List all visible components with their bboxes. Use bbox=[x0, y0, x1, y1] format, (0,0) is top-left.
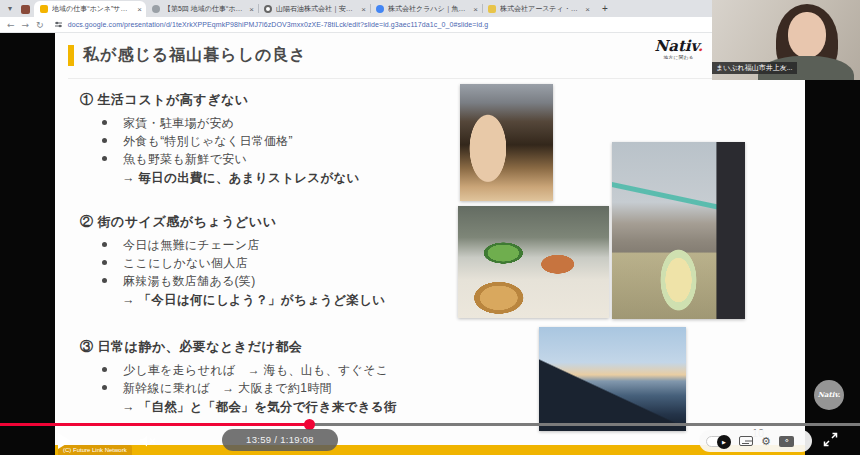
section-city-size: ② 街のサイズ感がちょうどいい 今日は無難にチェーン店 ここにしかない個人店 麻… bbox=[80, 213, 500, 309]
section-conclusion: → 毎日の出費に、あまりストレスがない bbox=[122, 170, 500, 187]
back-icon[interactable]: ← bbox=[7, 20, 15, 30]
section-heading: ③ 日常は静か、必要なときだけ都会 bbox=[80, 338, 540, 356]
webcam-name-label: まいぷれ福山市井上友... bbox=[712, 62, 797, 74]
webcam-overlay: まいぷれ福山市井上友... bbox=[712, 0, 860, 80]
list-item: 魚も野菜も新鮮で安い bbox=[102, 152, 500, 166]
slide-canvas: 私が感じる福山暮らしの良さ Nativ. 地方に関わる ① 生活コストが高すぎな… bbox=[55, 33, 805, 455]
bullet-text: 少し車を走らせれば → 海も、山も、すぐそこ bbox=[123, 363, 388, 377]
address-field[interactable]: docs.google.com/presentation/d/1teXrkXPP… bbox=[52, 19, 612, 31]
nativ-watermark: Nativ. bbox=[814, 380, 844, 410]
tab-honne-salon[interactable]: 【第5回 地域の仕事“ホンネ”サロ × bbox=[146, 1, 258, 17]
autoplay-toggle[interactable]: ▶ bbox=[706, 436, 731, 447]
slide-title-row: 私が感じる福山暮らしの良さ bbox=[68, 45, 307, 66]
tab-label: 山陽石油株式会社｜安心・安全 bbox=[276, 4, 358, 14]
section-heading: ① 生活コストが高すぎない bbox=[80, 91, 500, 109]
logo-tagline: 地方に関わる bbox=[655, 55, 704, 60]
tab-close-icon[interactable]: × bbox=[473, 5, 478, 14]
title-accent-bar bbox=[68, 45, 74, 66]
mute-button[interactable] bbox=[139, 434, 159, 448]
tab-favicon-icon bbox=[376, 5, 384, 13]
list-item: 外食も“特別じゃなく日常価格” bbox=[102, 134, 500, 148]
bullet-dot bbox=[102, 120, 107, 125]
list-item: ここにしかない個人店 bbox=[102, 256, 500, 270]
section-quiet-city: ③ 日常は静か、必要なときだけ都会 少し車を走らせれば → 海も、山も、すぐそこ… bbox=[80, 338, 540, 416]
section-living-cost: ① 生活コストが高すぎない 家賃・駐車場が安め 外食も“特別じゃなく日常価格” … bbox=[80, 91, 500, 187]
url-text: docs.google.com/presentation/d/1teXrkXPP… bbox=[68, 21, 489, 28]
tab-sanyo-sekiyu[interactable]: 山陽石油株式会社｜安心・安全 × bbox=[258, 1, 370, 17]
logo-text: Nativ bbox=[655, 37, 698, 55]
slides-favicon-icon bbox=[40, 5, 48, 13]
theater-mode-icon[interactable]: ‹› bbox=[779, 436, 794, 447]
tab-favicon-icon bbox=[264, 5, 272, 13]
tab-close-icon[interactable]: × bbox=[137, 5, 142, 14]
subtitles-icon[interactable] bbox=[739, 436, 753, 446]
logo-dot: . bbox=[698, 37, 703, 55]
tab-favicon-icon bbox=[488, 5, 496, 13]
bullet-dot bbox=[102, 242, 107, 247]
bullet-dot bbox=[102, 278, 107, 283]
tab-label: 【第5回 地域の仕事“ホンネ”サロ bbox=[164, 4, 246, 14]
new-tab-button[interactable]: + bbox=[598, 2, 612, 16]
tab-close-icon[interactable]: × bbox=[249, 5, 254, 14]
title-divider bbox=[68, 78, 780, 79]
volume-muted-icon bbox=[139, 434, 159, 448]
reload-icon[interactable]: ↻ bbox=[36, 20, 44, 30]
seaside-dusk-photo bbox=[539, 327, 686, 431]
list-item: 麻辣湯も数店舗ある(笑) bbox=[102, 274, 500, 288]
time-display: 13:59 / 1:19:08 bbox=[222, 429, 338, 451]
nativ-logo: Nativ. 地方に関わる bbox=[655, 37, 704, 60]
list-item: 新幹線に乗れば → 大阪まで約1時間 bbox=[102, 381, 540, 395]
play-button[interactable] bbox=[58, 433, 71, 449]
bullet-dot bbox=[102, 385, 107, 390]
bullet-text: 新幹線に乗れば → 大阪まで約1時間 bbox=[123, 381, 332, 395]
fullscreen-icon[interactable] bbox=[823, 432, 838, 447]
picnic-food-photo bbox=[458, 206, 609, 318]
bullet-text: 今日は無難にチェーン店 bbox=[123, 238, 260, 252]
list-item: 家賃・駐車場が安め bbox=[102, 116, 500, 130]
bullet-dot bbox=[102, 156, 107, 161]
extension-icon[interactable] bbox=[21, 5, 30, 14]
settings-gear-icon[interactable]: ⚙ bbox=[761, 436, 771, 447]
player-controls-left bbox=[0, 426, 220, 455]
bullet-text: 魚も野菜も新鮮で安い bbox=[123, 152, 247, 166]
left-letterbox bbox=[0, 33, 55, 455]
webcam-person-face bbox=[788, 12, 826, 58]
tab-label: 株式会社アースティ・システム - よ bbox=[500, 4, 582, 14]
bullet-dot bbox=[102, 138, 107, 143]
tab-close-icon[interactable]: × bbox=[585, 5, 590, 14]
section-conclusion: → 「自然」と「都会」を気分で行き来できる街 bbox=[122, 399, 540, 416]
bullet-text: 麻辣湯も数店舗ある(笑) bbox=[123, 274, 255, 288]
bullet-dot bbox=[102, 260, 107, 265]
tab-slides[interactable]: 地域の仕事“ホンネ”サロン—福山 × bbox=[34, 1, 146, 17]
list-item: 今日は無難にチェーン店 bbox=[102, 238, 500, 252]
bullet-text: ここにしかない個人店 bbox=[123, 256, 248, 270]
tune-icon bbox=[54, 20, 63, 29]
tab-kurahashi[interactable]: 株式会社クラハシ｜魚市場を運営 × bbox=[370, 1, 482, 17]
tab-earthday-system[interactable]: 株式会社アースティ・システム - よ × bbox=[482, 1, 594, 17]
bullet-text: 外食も“特別じゃなく日常価格” bbox=[123, 134, 293, 148]
bamboo-shoots-photo bbox=[460, 84, 553, 201]
forward-icon[interactable]: → bbox=[22, 20, 30, 30]
bullet-text: 家賃・駐車場が安め bbox=[123, 116, 234, 130]
section-heading: ② 街のサイズ感がちょうどいい bbox=[80, 213, 500, 231]
tab-search-chevron-icon[interactable]: ▾ bbox=[3, 3, 17, 16]
tab-label: 地域の仕事“ホンネ”サロン—福山 bbox=[52, 4, 134, 14]
player-controls-right: ▶ ⚙ ‹› bbox=[699, 430, 812, 452]
tab-favicon-icon bbox=[152, 5, 160, 13]
bullet-dot bbox=[102, 367, 107, 372]
list-item: 少し車を走らせれば → 海も、山も、すぐそこ bbox=[102, 363, 540, 377]
tab-close-icon[interactable]: × bbox=[361, 5, 366, 14]
autoplay-play-icon: ▶ bbox=[717, 435, 731, 449]
slide-title: 私が感じる福山暮らしの良さ bbox=[83, 45, 307, 66]
section-conclusion: → 「今日は何にしよう？」がちょうど楽しい bbox=[122, 292, 500, 309]
bullet-list: 今日は無難にチェーン店 ここにしかない個人店 麻辣湯も数店舗ある(笑) bbox=[80, 238, 500, 288]
starbucks-drink-photo bbox=[612, 142, 745, 319]
tab-label: 株式会社クラハシ｜魚市場を運営 bbox=[388, 4, 470, 14]
bullet-list: 家賃・駐車場が安め 外食も“特別じゃなく日常価格” 魚も野菜も新鮮で安い bbox=[80, 116, 500, 166]
bullet-list: 少し車を走らせれば → 海も、山も、すぐそこ 新幹線に乗れば → 大阪まで約1時… bbox=[80, 363, 540, 395]
video-frame: ▾ 地域の仕事“ホンネ”サロン—福山 × 【第5回 地域の仕事“ホンネ”サロ ×… bbox=[0, 0, 860, 455]
